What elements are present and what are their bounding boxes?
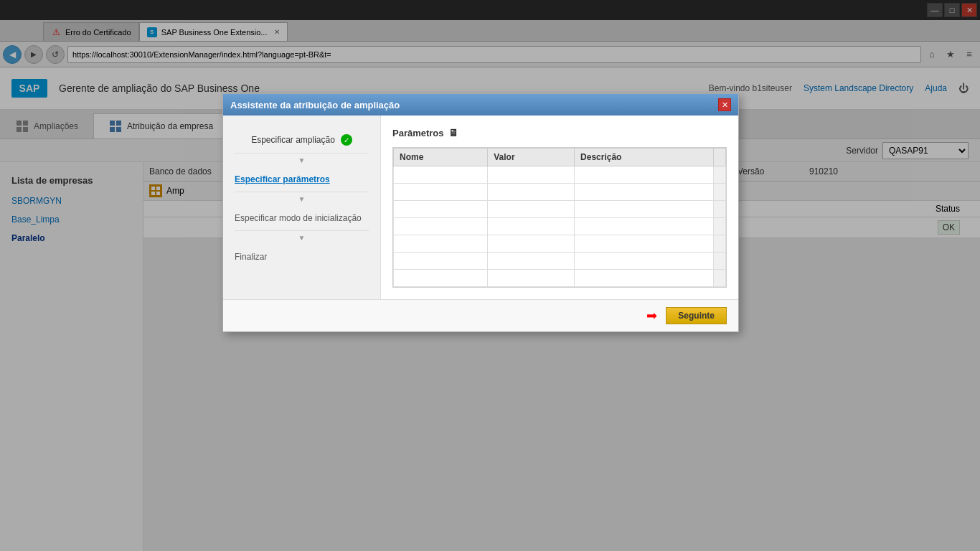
monitor-icon: 🖥 bbox=[448, 127, 458, 138]
params-cell-descricao-4 bbox=[575, 235, 714, 253]
step-finalizar: Finalizar bbox=[235, 245, 369, 269]
step2-label: Especificar parâmetros bbox=[235, 174, 330, 184]
scroll-indicator bbox=[714, 201, 726, 218]
step4-label: Finalizar bbox=[235, 252, 267, 262]
params-cell-valor-5 bbox=[488, 253, 575, 270]
params-cell-nome-3 bbox=[394, 218, 488, 235]
dialog-footer: ➡ Seguinte bbox=[223, 299, 738, 331]
params-cell-valor-1 bbox=[488, 184, 575, 201]
params-table-container[interactable]: Nome Valor Descrição bbox=[392, 147, 727, 288]
scroll-indicator bbox=[714, 270, 726, 287]
params-cell-nome-5 bbox=[394, 253, 488, 270]
params-title: Parâmetros 🖥 bbox=[392, 127, 727, 138]
params-cell-nome-2 bbox=[394, 201, 488, 218]
params-table-row bbox=[394, 270, 726, 287]
step-especificar-parametros: Especificar parâmetros bbox=[235, 167, 369, 192]
step-especificar-ampliacao: Especificar ampliação ✓ bbox=[235, 127, 369, 154]
col-nome-header: Nome bbox=[394, 149, 488, 166]
col-descricao-header: Descrição bbox=[575, 149, 714, 166]
steps-panel: Especificar ampliação ✓ ▼ Especificar pa… bbox=[223, 116, 381, 299]
next-button[interactable]: Seguinte bbox=[666, 307, 727, 324]
params-cell-descricao-6 bbox=[575, 270, 714, 287]
scroll-indicator bbox=[714, 253, 726, 270]
step1-check-icon: ✓ bbox=[341, 134, 352, 146]
params-cell-nome-4 bbox=[394, 235, 488, 253]
params-table-row bbox=[394, 184, 726, 201]
dialog-header: Assistente da atribuição de ampliação ✕ bbox=[223, 94, 738, 116]
params-table-row bbox=[394, 166, 726, 184]
params-table-row bbox=[394, 201, 726, 218]
col-valor-header: Valor bbox=[488, 149, 575, 166]
params-panel: Parâmetros 🖥 Nome Valor Descrição bbox=[381, 116, 738, 299]
params-cell-descricao-3 bbox=[575, 218, 714, 235]
dialog-close-button[interactable]: ✕ bbox=[718, 98, 731, 111]
params-cell-valor-2 bbox=[488, 201, 575, 218]
params-cell-nome-6 bbox=[394, 270, 488, 287]
params-cell-descricao-5 bbox=[575, 253, 714, 270]
params-cell-nome-0 bbox=[394, 166, 488, 184]
step2-arrow: ▼ bbox=[235, 192, 369, 206]
params-cell-valor-0 bbox=[488, 166, 575, 184]
step3-arrow: ▼ bbox=[235, 231, 369, 245]
scroll-indicator bbox=[714, 184, 726, 201]
params-cell-descricao-2 bbox=[575, 201, 714, 218]
step1-label: Especificar ampliação bbox=[251, 135, 335, 145]
step-modo-inicializacao: Especificar modo de inicialização bbox=[235, 206, 369, 231]
step3-label: Especificar modo de inicialização bbox=[235, 213, 362, 223]
params-table-row bbox=[394, 235, 726, 253]
arrow-indicator-icon: ➡ bbox=[646, 308, 657, 324]
scroll-col bbox=[714, 149, 726, 166]
step1-arrow: ▼ bbox=[235, 154, 369, 167]
params-cell-descricao-0 bbox=[575, 166, 714, 184]
params-cell-descricao-1 bbox=[575, 184, 714, 201]
assignment-wizard-dialog: Assistente da atribuição de ampliação ✕ … bbox=[222, 93, 739, 332]
dialog-body: Especificar ampliação ✓ ▼ Especificar pa… bbox=[223, 116, 738, 299]
params-cell-valor-6 bbox=[488, 270, 575, 287]
params-cell-valor-3 bbox=[488, 218, 575, 235]
params-table-row bbox=[394, 218, 726, 235]
scroll-indicator bbox=[714, 218, 726, 235]
params-cell-valor-4 bbox=[488, 235, 575, 253]
params-table: Nome Valor Descrição bbox=[393, 148, 726, 287]
dialog-overlay: Assistente da atribuição de ampliação ✕ … bbox=[0, 0, 980, 551]
dialog-title: Assistente da atribuição de ampliação bbox=[230, 100, 400, 110]
params-cell-nome-1 bbox=[394, 184, 488, 201]
scroll-indicator bbox=[714, 235, 726, 253]
scroll-indicator bbox=[714, 166, 726, 184]
params-table-row bbox=[394, 253, 726, 270]
